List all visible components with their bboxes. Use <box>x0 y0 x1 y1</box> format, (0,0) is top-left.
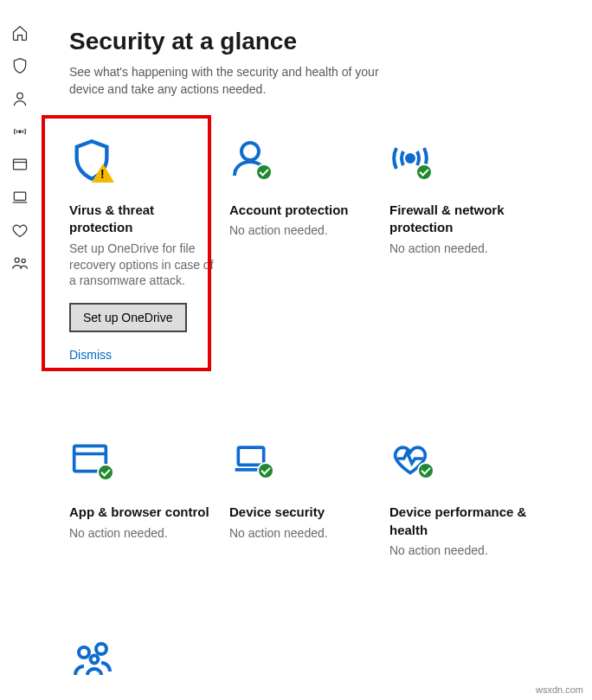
svg-point-7 <box>407 155 414 162</box>
heart-icon[interactable] <box>11 222 29 239</box>
account-icon[interactable] <box>11 90 29 107</box>
watermark: wsxdn.com <box>536 684 583 695</box>
svg-point-10 <box>79 647 89 658</box>
card-virus-threat[interactable]: Virus & threat protection Set up OneDriv… <box>69 138 229 362</box>
card-account-protection[interactable]: Account protection No action needed. <box>229 138 389 362</box>
home-icon[interactable] <box>11 24 29 42</box>
svg-rect-3 <box>14 192 25 200</box>
card-title: Device security <box>229 504 376 521</box>
svg-point-0 <box>17 93 23 99</box>
card-desc: Set up OneDrive for file recovery option… <box>69 241 216 290</box>
svg-point-12 <box>91 655 99 663</box>
cards-grid: Virus & threat protection Set up OneDriv… <box>69 138 592 700</box>
main-content: Security at a glance See what's happenin… <box>40 0 592 700</box>
browser-ok-icon <box>69 440 216 488</box>
card-desc: No action needed. <box>229 222 376 239</box>
card-title: Device performance & health <box>389 504 536 539</box>
setup-onedrive-button[interactable]: Set up OneDrive <box>69 303 187 332</box>
shield-warning-icon <box>69 138 216 186</box>
card-device-performance[interactable]: Device performance & health No action ne… <box>389 440 550 558</box>
card-desc: No action needed. <box>389 543 536 559</box>
card-title: Firewall & network protection <box>389 202 536 237</box>
card-family-options[interactable] <box>69 637 229 700</box>
card-desc: No action needed. <box>229 525 376 542</box>
family-icon[interactable] <box>11 254 29 272</box>
card-title: App & browser control <box>69 504 216 521</box>
card-desc: No action needed. <box>389 241 536 257</box>
svg-point-5 <box>22 259 25 262</box>
svg-point-4 <box>15 258 19 262</box>
device-icon[interactable] <box>11 189 29 206</box>
svg-point-11 <box>96 644 106 654</box>
page-title: Security at a glance <box>69 28 592 55</box>
card-desc: No action needed. <box>69 525 216 542</box>
card-device-security[interactable]: Device security No action needed. <box>229 440 389 558</box>
shield-icon[interactable] <box>11 57 29 74</box>
family-icon-large <box>69 637 216 685</box>
account-ok-icon <box>229 138 376 186</box>
app-browser-icon[interactable] <box>11 156 29 173</box>
sidebar <box>0 0 40 700</box>
page-subtitle: See what's happening with the security a… <box>69 64 398 98</box>
svg-point-6 <box>241 143 259 160</box>
card-firewall-network[interactable]: Firewall & network protection No action … <box>389 138 550 362</box>
dismiss-link[interactable]: Dismiss <box>69 348 216 362</box>
svg-rect-2 <box>14 159 27 170</box>
svg-point-1 <box>19 131 22 133</box>
card-title: Virus & threat protection <box>69 202 216 237</box>
laptop-ok-icon <box>229 440 376 488</box>
card-title: Account protection <box>229 202 376 219</box>
svg-rect-9 <box>238 448 263 466</box>
card-app-browser[interactable]: App & browser control No action needed. <box>69 440 229 558</box>
heart-ok-icon <box>389 440 536 488</box>
network-icon[interactable] <box>11 123 29 140</box>
network-ok-icon <box>389 138 536 186</box>
